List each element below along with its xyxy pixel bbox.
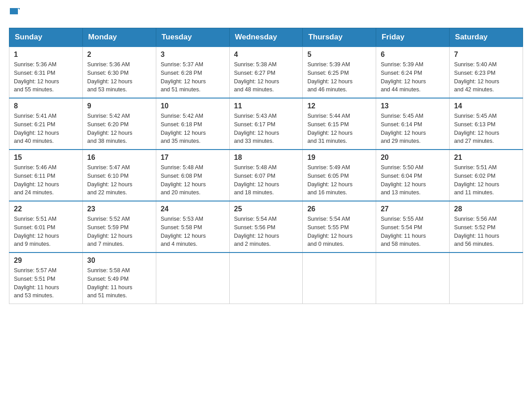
day-number: 29 (14, 257, 78, 265)
day-number: 9 (87, 102, 151, 110)
calendar-cell: 24 Sunrise: 5:53 AMSunset: 5:58 PMDaylig… (156, 201, 229, 253)
calendar-cell: 23 Sunrise: 5:52 AMSunset: 5:59 PMDaylig… (82, 201, 156, 253)
page-header (9, 9, 523, 19)
day-info: Sunrise: 5:48 AMSunset: 6:08 PMDaylight:… (161, 163, 225, 197)
day-info: Sunrise: 5:43 AMSunset: 6:17 PMDaylight:… (234, 112, 298, 146)
calendar-cell: 29 Sunrise: 5:57 AMSunset: 5:51 PMDaylig… (9, 253, 83, 304)
day-info: Sunrise: 5:54 AMSunset: 5:55 PMDaylight:… (307, 215, 371, 248)
day-number: 6 (381, 51, 445, 59)
day-number: 22 (14, 205, 78, 213)
header-thursday: Thursday (303, 28, 376, 47)
day-number: 25 (234, 205, 298, 213)
calendar-cell: 22 Sunrise: 5:51 AMSunset: 6:01 PMDaylig… (9, 201, 83, 253)
day-info: Sunrise: 5:36 AMSunset: 6:31 PMDaylight:… (14, 60, 78, 94)
day-info: Sunrise: 5:46 AMSunset: 6:11 PMDaylight:… (14, 163, 78, 197)
logo-flag-icon (10, 8, 20, 18)
day-info: Sunrise: 5:45 AMSunset: 6:13 PMDaylight:… (454, 112, 518, 146)
day-number: 23 (87, 205, 151, 213)
day-info: Sunrise: 5:39 AMSunset: 6:25 PMDaylight:… (307, 60, 371, 94)
calendar-table: SundayMondayTuesdayWednesdayThursdayFrid… (9, 28, 523, 304)
day-info: Sunrise: 5:51 AMSunset: 6:02 PMDaylight:… (454, 163, 518, 197)
calendar-cell: 15 Sunrise: 5:46 AMSunset: 6:11 PMDaylig… (9, 150, 83, 201)
day-number: 2 (87, 51, 151, 59)
day-info: Sunrise: 5:42 AMSunset: 6:20 PMDaylight:… (87, 112, 151, 146)
svg-marker-0 (10, 8, 18, 14)
calendar-cell: 6 Sunrise: 5:39 AMSunset: 6:24 PMDayligh… (376, 47, 450, 98)
calendar-cell: 4 Sunrise: 5:38 AMSunset: 6:27 PMDayligh… (229, 47, 303, 98)
calendar-cell: 9 Sunrise: 5:42 AMSunset: 6:20 PMDayligh… (82, 98, 156, 150)
day-number: 19 (307, 154, 371, 162)
calendar-cell: 7 Sunrise: 5:40 AMSunset: 6:23 PMDayligh… (450, 47, 523, 98)
day-number: 5 (307, 51, 371, 59)
header-saturday: Saturday (450, 28, 523, 47)
calendar-cell: 26 Sunrise: 5:54 AMSunset: 5:55 PMDaylig… (303, 201, 376, 253)
calendar-cell: 30 Sunrise: 5:58 AMSunset: 5:49 PMDaylig… (82, 253, 156, 304)
calendar-cell (229, 253, 303, 304)
day-info: Sunrise: 5:42 AMSunset: 6:18 PMDaylight:… (161, 112, 225, 146)
calendar-cell: 16 Sunrise: 5:47 AMSunset: 6:10 PMDaylig… (82, 150, 156, 201)
calendar-cell: 28 Sunrise: 5:56 AMSunset: 5:52 PMDaylig… (450, 201, 523, 253)
calendar-cell (450, 253, 523, 304)
header-tuesday: Tuesday (156, 28, 229, 47)
day-number: 4 (234, 51, 298, 59)
calendar-cell: 12 Sunrise: 5:44 AMSunset: 6:15 PMDaylig… (303, 98, 376, 150)
header-row: SundayMondayTuesdayWednesdayThursdayFrid… (9, 28, 523, 47)
calendar-cell: 2 Sunrise: 5:36 AMSunset: 6:30 PMDayligh… (82, 47, 156, 98)
day-number: 16 (87, 154, 151, 162)
calendar-cell: 21 Sunrise: 5:51 AMSunset: 6:02 PMDaylig… (450, 150, 523, 201)
day-number: 21 (454, 154, 518, 162)
week-row-5: 29 Sunrise: 5:57 AMSunset: 5:51 PMDaylig… (9, 253, 523, 304)
day-info: Sunrise: 5:58 AMSunset: 5:49 PMDaylight:… (87, 266, 151, 300)
calendar-cell: 5 Sunrise: 5:39 AMSunset: 6:25 PMDayligh… (303, 47, 376, 98)
svg-marker-1 (18, 8, 20, 10)
day-number: 27 (381, 205, 445, 213)
day-number: 28 (454, 205, 518, 213)
day-number: 7 (454, 51, 518, 59)
day-number: 10 (161, 102, 225, 110)
day-info: Sunrise: 5:48 AMSunset: 6:07 PMDaylight:… (234, 163, 298, 197)
day-number: 12 (307, 102, 371, 110)
day-number: 8 (14, 102, 78, 110)
calendar-cell (303, 253, 376, 304)
week-row-3: 15 Sunrise: 5:46 AMSunset: 6:11 PMDaylig… (9, 150, 523, 201)
week-row-2: 8 Sunrise: 5:41 AMSunset: 6:21 PMDayligh… (9, 98, 523, 150)
day-info: Sunrise: 5:52 AMSunset: 5:59 PMDaylight:… (87, 215, 151, 248)
calendar-cell: 19 Sunrise: 5:49 AMSunset: 6:05 PMDaylig… (303, 150, 376, 201)
calendar-cell: 13 Sunrise: 5:45 AMSunset: 6:14 PMDaylig… (376, 98, 450, 150)
day-number: 14 (454, 102, 518, 110)
calendar-cell: 10 Sunrise: 5:42 AMSunset: 6:18 PMDaylig… (156, 98, 229, 150)
day-number: 13 (381, 102, 445, 110)
week-row-4: 22 Sunrise: 5:51 AMSunset: 6:01 PMDaylig… (9, 201, 523, 253)
calendar-cell: 14 Sunrise: 5:45 AMSunset: 6:13 PMDaylig… (450, 98, 523, 150)
day-info: Sunrise: 5:36 AMSunset: 6:30 PMDaylight:… (87, 60, 151, 94)
day-number: 24 (161, 205, 225, 213)
calendar-cell: 11 Sunrise: 5:43 AMSunset: 6:17 PMDaylig… (229, 98, 303, 150)
day-info: Sunrise: 5:57 AMSunset: 5:51 PMDaylight:… (14, 266, 78, 300)
day-number: 30 (87, 257, 151, 265)
calendar-cell: 27 Sunrise: 5:55 AMSunset: 5:54 PMDaylig… (376, 201, 450, 253)
day-number: 20 (381, 154, 445, 162)
day-info: Sunrise: 5:37 AMSunset: 6:28 PMDaylight:… (161, 60, 225, 94)
day-number: 1 (14, 51, 78, 59)
day-info: Sunrise: 5:41 AMSunset: 6:21 PMDaylight:… (14, 112, 78, 146)
day-number: 18 (234, 154, 298, 162)
logo (9, 9, 20, 19)
day-info: Sunrise: 5:53 AMSunset: 5:58 PMDaylight:… (161, 215, 225, 248)
day-info: Sunrise: 5:54 AMSunset: 5:56 PMDaylight:… (234, 215, 298, 248)
day-number: 26 (307, 205, 371, 213)
calendar-cell: 20 Sunrise: 5:50 AMSunset: 6:04 PMDaylig… (376, 150, 450, 201)
calendar-cell: 3 Sunrise: 5:37 AMSunset: 6:28 PMDayligh… (156, 47, 229, 98)
calendar-cell: 8 Sunrise: 5:41 AMSunset: 6:21 PMDayligh… (9, 98, 83, 150)
header-wednesday: Wednesday (229, 28, 303, 47)
week-row-1: 1 Sunrise: 5:36 AMSunset: 6:31 PMDayligh… (9, 47, 523, 98)
calendar-cell: 18 Sunrise: 5:48 AMSunset: 6:07 PMDaylig… (229, 150, 303, 201)
day-info: Sunrise: 5:45 AMSunset: 6:14 PMDaylight:… (381, 112, 445, 146)
calendar-cell: 17 Sunrise: 5:48 AMSunset: 6:08 PMDaylig… (156, 150, 229, 201)
day-info: Sunrise: 5:40 AMSunset: 6:23 PMDaylight:… (454, 60, 518, 94)
calendar-cell (156, 253, 229, 304)
calendar-cell: 25 Sunrise: 5:54 AMSunset: 5:56 PMDaylig… (229, 201, 303, 253)
day-info: Sunrise: 5:56 AMSunset: 5:52 PMDaylight:… (454, 215, 518, 248)
header-friday: Friday (376, 28, 450, 47)
day-number: 3 (161, 51, 225, 59)
day-number: 11 (234, 102, 298, 110)
